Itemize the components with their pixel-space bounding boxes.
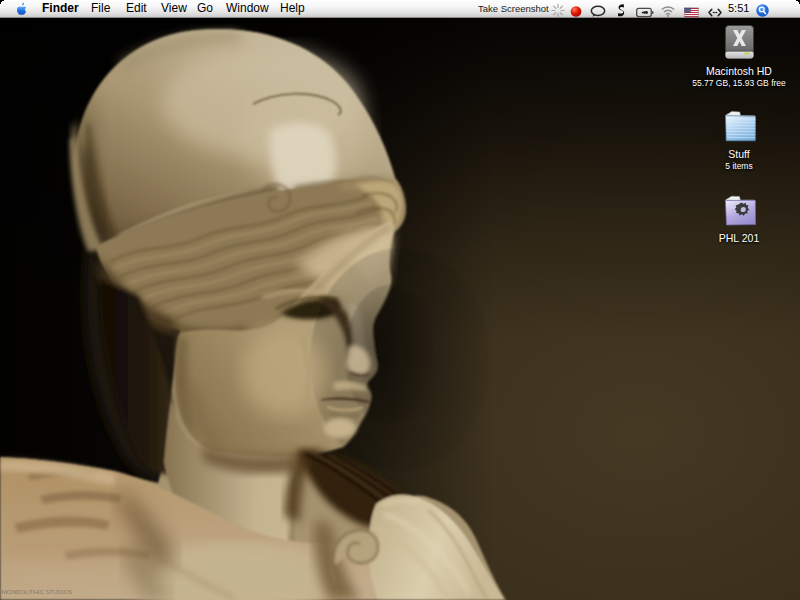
svg-text:MONDOLITHIC STUDIOS: MONDOLITHIC STUDIOS bbox=[2, 589, 72, 595]
